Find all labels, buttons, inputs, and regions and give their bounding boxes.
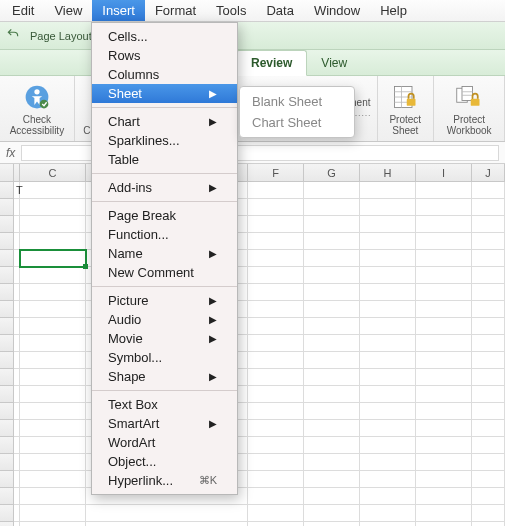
cell[interactable]: [360, 352, 416, 369]
cell[interactable]: [360, 318, 416, 335]
cell[interactable]: [416, 386, 472, 403]
cell[interactable]: [20, 488, 86, 505]
tab-view[interactable]: View: [307, 51, 361, 75]
row-header[interactable]: [0, 420, 14, 437]
cell[interactable]: [20, 352, 86, 369]
cell[interactable]: [360, 267, 416, 284]
menu-item-text-box[interactable]: Text Box: [92, 395, 237, 414]
menu-item-picture[interactable]: Picture▶: [92, 291, 237, 310]
cell[interactable]: [416, 437, 472, 454]
row-header[interactable]: [0, 267, 14, 284]
cell[interactable]: [20, 522, 86, 526]
menu-item-symbol-[interactable]: Symbol...: [92, 348, 237, 367]
cell[interactable]: [304, 250, 360, 267]
cell[interactable]: [472, 318, 505, 335]
column-headers[interactable]: CFGHIJ: [0, 164, 505, 182]
cell[interactable]: [416, 335, 472, 352]
cell[interactable]: [472, 233, 505, 250]
row-header[interactable]: [0, 369, 14, 386]
menu-item-shape[interactable]: Shape▶: [92, 367, 237, 386]
check-accessibility-button[interactable]: Check Accessibility: [0, 76, 75, 141]
menu-tools[interactable]: Tools: [206, 0, 256, 21]
cell[interactable]: [472, 301, 505, 318]
cell[interactable]: [248, 199, 304, 216]
cell[interactable]: [304, 505, 360, 522]
menu-item-smartart[interactable]: SmartArt▶: [92, 414, 237, 433]
cell[interactable]: [248, 471, 304, 488]
menu-item-sparklines-[interactable]: Sparklines...: [92, 131, 237, 150]
menu-item-audio[interactable]: Audio▶: [92, 310, 237, 329]
menu-edit[interactable]: Edit: [2, 0, 44, 21]
row-header[interactable]: [0, 182, 14, 199]
cell[interactable]: [360, 403, 416, 420]
cell[interactable]: [472, 488, 505, 505]
row-header[interactable]: [0, 318, 14, 335]
cell[interactable]: [416, 471, 472, 488]
cell[interactable]: [20, 318, 86, 335]
menu-item-cells-[interactable]: Cells...: [92, 27, 237, 46]
cell[interactable]: [248, 454, 304, 471]
cell[interactable]: [472, 216, 505, 233]
cell[interactable]: [472, 471, 505, 488]
cell[interactable]: [360, 437, 416, 454]
cell[interactable]: [360, 369, 416, 386]
cell[interactable]: [472, 522, 505, 526]
cell[interactable]: [416, 522, 472, 526]
col-header[interactable]: F: [248, 164, 304, 181]
cell[interactable]: [360, 454, 416, 471]
cell[interactable]: [472, 352, 505, 369]
cell[interactable]: [416, 352, 472, 369]
row-header[interactable]: [0, 386, 14, 403]
cell[interactable]: [304, 386, 360, 403]
cell[interactable]: [304, 335, 360, 352]
cell[interactable]: [20, 437, 86, 454]
row-header[interactable]: [0, 488, 14, 505]
cell[interactable]: [248, 386, 304, 403]
menu-item-movie[interactable]: Movie▶: [92, 329, 237, 348]
cell[interactable]: [248, 233, 304, 250]
row-header[interactable]: [0, 352, 14, 369]
menu-item-hyperlink-[interactable]: Hyperlink...⌘K: [92, 471, 237, 490]
row-header[interactable]: [0, 233, 14, 250]
menu-window[interactable]: Window: [304, 0, 370, 21]
cell[interactable]: [416, 301, 472, 318]
col-header[interactable]: C: [20, 164, 86, 181]
row-header[interactable]: [0, 454, 14, 471]
cell[interactable]: [248, 488, 304, 505]
menu-item-columns[interactable]: Columns: [92, 65, 237, 84]
cell[interactable]: [20, 420, 86, 437]
cell[interactable]: [248, 505, 304, 522]
cell[interactable]: [472, 437, 505, 454]
cell[interactable]: [360, 250, 416, 267]
cell[interactable]: [304, 318, 360, 335]
cell[interactable]: [472, 335, 505, 352]
cell[interactable]: [416, 369, 472, 386]
cell[interactable]: [304, 216, 360, 233]
undo-icon[interactable]: [6, 27, 20, 44]
cell[interactable]: [248, 301, 304, 318]
menu-item-name[interactable]: Name▶: [92, 244, 237, 263]
cell[interactable]: [248, 335, 304, 352]
cell[interactable]: [360, 335, 416, 352]
cell[interactable]: [416, 403, 472, 420]
cell[interactable]: [248, 318, 304, 335]
cell[interactable]: [304, 182, 360, 199]
cell[interactable]: [20, 216, 86, 233]
cell[interactable]: [20, 369, 86, 386]
cell[interactable]: [304, 284, 360, 301]
menu-item-add-ins[interactable]: Add-ins▶: [92, 178, 237, 197]
cell[interactable]: [416, 318, 472, 335]
col-header[interactable]: H: [360, 164, 416, 181]
cell[interactable]: [472, 182, 505, 199]
cell[interactable]: [20, 471, 86, 488]
cell[interactable]: [416, 182, 472, 199]
cell[interactable]: [86, 505, 248, 522]
cell[interactable]: [360, 199, 416, 216]
cell[interactable]: [248, 182, 304, 199]
submenu-item-blank-sheet[interactable]: Blank Sheet: [240, 91, 354, 112]
menu-item-object-[interactable]: Object...: [92, 452, 237, 471]
cell[interactable]: [304, 233, 360, 250]
cell[interactable]: [472, 267, 505, 284]
menu-insert[interactable]: Insert: [92, 0, 145, 21]
protect-sheet-button[interactable]: Protect Sheet: [377, 76, 434, 141]
